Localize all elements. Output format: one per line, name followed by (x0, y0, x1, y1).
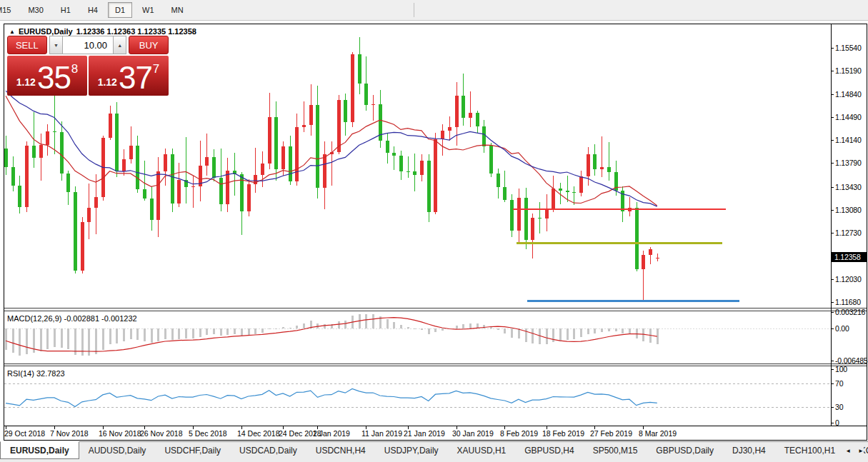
volume-decrease-button[interactable]: ▼ (49, 36, 63, 54)
chart-tab-sp500-m15[interactable]: SP500,M15 (584, 442, 647, 459)
date-axis-label: 11 Jan 2019 (361, 429, 402, 438)
rsi-axis-tick (831, 383, 834, 384)
sell-button[interactable]: SELL (7, 36, 47, 54)
price-axis-label: 1.15190 (835, 66, 862, 75)
buy-price-big: 37 (119, 65, 152, 91)
price-axis-label: 1.14490 (835, 113, 862, 121)
macd-axis-tick (831, 312, 834, 313)
price-axis-label: 1.14140 (835, 136, 862, 144)
tab-scroll-right-icon[interactable]: ► (858, 448, 864, 454)
buy-price-panel[interactable]: 1.12 37 7 (89, 56, 169, 96)
rsi-axis-label: 70 (835, 379, 843, 388)
chart-tab-eurusd-daily[interactable]: EURUSD,Daily (0, 441, 79, 459)
date-axis-label: 21 Jan 2019 (404, 429, 445, 438)
sell-price-big: 35 (37, 65, 71, 91)
chart-tab-bar: EURUSD,DailyAUDUSD,DailyUSDCHF,DailyUSDC… (0, 441, 868, 459)
price-axis-label: 1.13430 (835, 183, 862, 191)
chart-tab-gbpusd-daily[interactable]: GBPUSD,Daily (647, 442, 723, 459)
buy-price-sup: 7 (153, 62, 159, 76)
rsi-axis-tick (831, 369, 834, 370)
price-axis-tick (831, 279, 834, 280)
chart-tab-tech100-h1[interactable]: TECH100,H1 (775, 442, 844, 459)
date-axis-label: 16 Nov 2018 (99, 429, 141, 438)
date-axis-label: 14 Dec 2018 (237, 429, 280, 438)
chart-tab-xauusd-h1[interactable]: XAUUSD,H1 (448, 442, 516, 459)
chart-tab-usdchf-daily[interactable]: USDCHF,Daily (155, 442, 230, 459)
one-click-trading-widget: SELL ▼ ▲ BUY 1.12 35 8 1.12 37 7 (7, 36, 169, 96)
chart-window: ▲ EURUSD,Daily 1.12336 1.12363 1.12335 1… (4, 24, 867, 441)
timeframe-button-m15[interactable]: M15 (0, 2, 18, 18)
macd-axis-tick (831, 328, 834, 329)
macd-axis-tick (831, 361, 834, 361)
date-axis-label: 29 Oct 2018 (4, 429, 45, 438)
rsi-axis-tick (831, 423, 834, 423)
timeframe-button-h1[interactable]: H1 (54, 2, 78, 18)
tab-scroll-arrows: ◄► (839, 442, 864, 460)
sell-price-small: 1.12 (16, 76, 36, 88)
date-axis-label: 30 Jan 2019 (452, 429, 494, 438)
price-axis-tick (831, 140, 834, 141)
price-axis-label: 1.12030 (835, 275, 862, 283)
date-axis-label: 8 Feb 2019 (500, 429, 538, 438)
price-axis-tick (831, 302, 834, 303)
sell-price-panel[interactable]: 1.12 35 8 (7, 56, 87, 96)
rsi-axis-label: 0 (835, 418, 839, 427)
chart-symbol-label: EURUSD,Daily (19, 27, 73, 36)
chart-tab-usdcnh-h4[interactable]: USDCNH,H4 (306, 442, 375, 459)
chart-title: ▲ EURUSD,Daily 1.12336 1.12363 1.12335 1… (9, 27, 196, 36)
buy-price-small: 1.12 (98, 76, 117, 88)
timeframe-toolbar: M15M30H1H4D1W1MN (0, 0, 868, 21)
date-axis-label: 27 Feb 2019 (590, 429, 632, 438)
price-axis-label: 1.15540 (835, 44, 862, 52)
macd-axis-label: 0.003216 (835, 308, 865, 316)
timeframe-button-w1[interactable]: W1 (135, 2, 161, 18)
date-axis-label: 7 Nov 2018 (50, 429, 89, 438)
price-axis-tick (831, 117, 834, 118)
price-axis-tick (831, 71, 834, 71)
rsi-header: RSI(14) 32.7823 (7, 369, 65, 378)
volume-input[interactable] (63, 36, 113, 54)
timeframe-button-mn[interactable]: MN (164, 2, 191, 18)
price-axis-tick (831, 163, 834, 164)
timeframe-button-h4[interactable]: H4 (81, 2, 105, 18)
timeframe-button-m30[interactable]: M30 (21, 2, 50, 18)
date-axis-label: 26 Nov 2018 (140, 429, 183, 438)
chart-ohlc-values: 1.12336 1.12363 1.12335 1.12358 (76, 27, 196, 36)
price-axis-tick (831, 94, 834, 95)
chart-tab-usdcad-daily[interactable]: USDCAD,Daily (230, 442, 306, 459)
price-axis-tick (831, 48, 834, 49)
rsi-panel-canvas[interactable] (4, 366, 831, 426)
timeframe-button-d1[interactable]: D1 (108, 2, 132, 18)
price-axis-divider (831, 24, 832, 426)
buy-button[interactable]: BUY (129, 36, 169, 54)
rsi-axis-label: 30 (835, 403, 843, 411)
price-axis-label: 1.13080 (835, 206, 862, 214)
price-axis-label: 1.12730 (835, 229, 862, 237)
symbol-triangle-icon: ▲ (9, 29, 15, 35)
rsi-axis-tick (831, 407, 834, 408)
price-axis-label: 1.13790 (835, 159, 862, 167)
rsi-axis-label: 100 (835, 365, 847, 373)
macd-header: MACD(12,26,9) -0.002881 -0.001232 (7, 314, 137, 323)
volume-increase-button[interactable]: ▲ (113, 36, 126, 54)
macd-axis-label: -0.006485 (835, 356, 868, 365)
chart-tab-gbpusd-h4[interactable]: GBPUSD,H4 (515, 442, 583, 459)
date-axis-divider (4, 426, 867, 426)
macd-axis-label: 0.00 (835, 324, 849, 333)
date-axis-label: 5 Dec 2018 (189, 429, 227, 438)
price-axis-label: 1.14840 (835, 90, 862, 99)
status-strip (0, 459, 868, 462)
price-axis-tick (831, 233, 834, 233)
current-price-badge: 1.12358 (832, 252, 867, 262)
date-axis-label: 8 Mar 2019 (639, 429, 677, 438)
sell-price-sup: 8 (71, 62, 78, 76)
price-axis-tick (831, 187, 834, 188)
date-axis-label: 2 Jan 2019 (313, 429, 350, 438)
price-axis-tick (831, 210, 834, 211)
tab-scroll-left-icon[interactable]: ◄ (845, 448, 851, 454)
chart-tab-dj30-h4[interactable]: DJ30,H4 (723, 442, 775, 459)
date-axis-label: 18 Feb 2019 (542, 429, 584, 438)
chart-tab-usdjpy-daily[interactable]: USDJPY,Daily (375, 442, 448, 459)
price-axis-label: 1.11680 (835, 298, 861, 306)
chart-tab-audusd-daily[interactable]: AUDUSD,Daily (79, 442, 156, 459)
